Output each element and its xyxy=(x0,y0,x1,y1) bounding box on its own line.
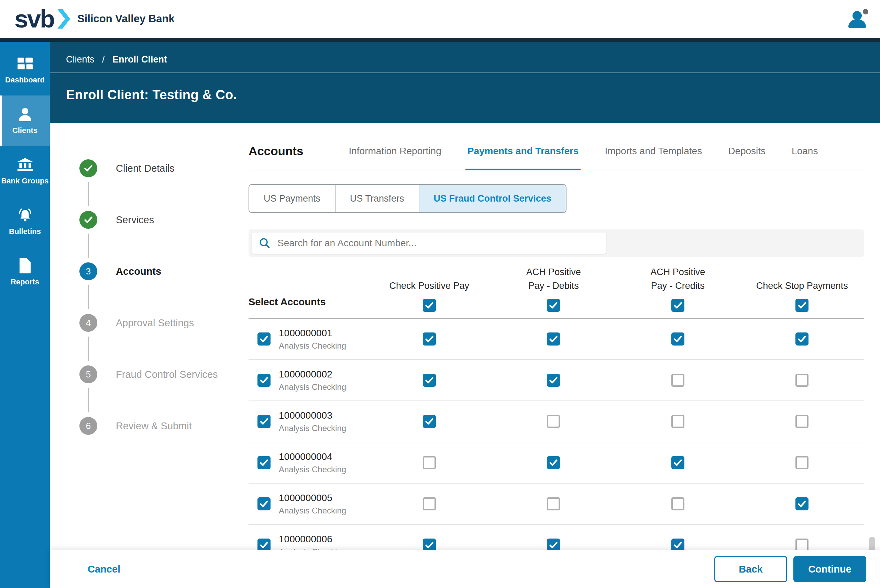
service-cell xyxy=(740,333,865,345)
service-cell xyxy=(367,497,492,510)
tabs: Information ReportingPayments and Transf… xyxy=(346,146,820,170)
sidebar-item-bank-groups[interactable]: Bank Groups xyxy=(0,146,50,196)
select-all-checkbox-ach-positive-pay-debits[interactable] xyxy=(547,299,560,312)
service-cell xyxy=(616,456,740,469)
service-checkbox-ach-positive-pay-credits[interactable] xyxy=(671,456,684,469)
select-all-checkbox-check-positive-pay[interactable] xyxy=(423,299,436,312)
step-label: Approval Settings xyxy=(116,317,194,329)
row-select-checkbox[interactable] xyxy=(257,456,271,469)
step-label: Accounts xyxy=(116,266,161,277)
back-button[interactable]: Back xyxy=(714,556,787,582)
step-connector xyxy=(88,182,89,206)
account-type: Analysis Checking xyxy=(279,341,346,351)
service-checkbox-ach-positive-pay-debits[interactable] xyxy=(547,538,560,552)
user-icon xyxy=(853,11,862,20)
service-checkbox-check-stop-payments[interactable] xyxy=(796,415,808,428)
accounts-table: Select AccountsCheck Positive PayACH Pos… xyxy=(248,265,864,566)
account-cell: 1000000005Analysis Checking xyxy=(248,492,367,516)
row-select-checkbox[interactable] xyxy=(257,333,271,345)
row-select-checkbox[interactable] xyxy=(257,374,271,387)
service-checkbox-ach-positive-pay-credits[interactable] xyxy=(671,374,684,387)
step-approval-settings[interactable]: 4Approval Settings xyxy=(80,314,248,332)
user-menu-button[interactable] xyxy=(848,9,868,29)
service-checkbox-check-positive-pay[interactable] xyxy=(423,538,436,552)
sidebar-item-label: Reports xyxy=(11,278,39,286)
service-checkbox-check-stop-payments[interactable] xyxy=(796,333,808,345)
tab-payments-and-transfers[interactable]: Payments and Transfers xyxy=(465,146,581,170)
cancel-link[interactable]: Cancel xyxy=(88,564,120,575)
service-checkbox-ach-positive-pay-debits[interactable] xyxy=(547,415,560,428)
enrollment-stepper: Client DetailsServices3Accounts4Approval… xyxy=(80,144,248,566)
service-checkbox-ach-positive-pay-credits[interactable] xyxy=(671,538,684,552)
service-checkbox-ach-positive-pay-credits[interactable] xyxy=(671,333,684,345)
search-field[interactable] xyxy=(252,232,606,254)
column-header-check-stop-payments: Check Stop Payments xyxy=(740,265,865,312)
table-row: 1000000004Analysis Checking xyxy=(248,442,864,484)
row-select-checkbox[interactable] xyxy=(257,497,271,510)
step-accounts[interactable]: 3Accounts xyxy=(80,262,248,280)
row-select-checkbox[interactable] xyxy=(257,415,271,428)
reports-icon xyxy=(17,258,33,273)
service-checkbox-ach-positive-pay-debits[interactable] xyxy=(547,374,560,387)
service-checkbox-check-positive-pay[interactable] xyxy=(423,456,436,469)
account-number: 1000000002 xyxy=(279,369,346,380)
service-checkbox-check-positive-pay[interactable] xyxy=(423,497,436,510)
service-checkbox-check-positive-pay[interactable] xyxy=(423,333,436,345)
service-cell xyxy=(616,374,740,387)
select-all-checkbox-check-stop-payments[interactable] xyxy=(796,299,808,312)
service-checkbox-check-stop-payments[interactable] xyxy=(796,456,808,469)
sidebar-item-reports[interactable]: Reports xyxy=(0,247,50,297)
service-checkbox-ach-positive-pay-debits[interactable] xyxy=(547,497,560,510)
step-connector xyxy=(88,337,89,361)
svb-logo[interactable]: svb Silicon Valley Bank xyxy=(14,6,174,31)
tab-deposits[interactable]: Deposits xyxy=(726,146,767,170)
content: Client DetailsServices3Accounts4Approval… xyxy=(50,123,880,566)
service-checkbox-check-stop-payments[interactable] xyxy=(796,374,808,387)
step-client-details[interactable]: Client Details xyxy=(80,159,248,177)
service-checkbox-ach-positive-pay-debits[interactable] xyxy=(547,333,560,345)
step-services[interactable]: Services xyxy=(80,211,248,229)
page-title: Enroll Client: Testing & Co. xyxy=(50,73,880,102)
subtab-us-fraud-control-services[interactable]: US Fraud Control Services xyxy=(419,185,566,212)
account-number: 1000000004 xyxy=(279,451,346,462)
step-fraud-control-services[interactable]: 5Fraud Control Services xyxy=(80,366,248,383)
account-cell: 1000000002Analysis Checking xyxy=(248,369,367,392)
step-label: Services xyxy=(116,214,154,226)
service-cell xyxy=(616,333,740,345)
search-input[interactable] xyxy=(277,237,599,249)
service-cell xyxy=(492,456,616,469)
service-type-switcher: US PaymentsUS TransfersUS Fraud Control … xyxy=(248,184,567,213)
column-header-ach-positive-pay-credits: ACH PositivePay - Credits xyxy=(616,265,740,312)
service-checkbox-check-positive-pay[interactable] xyxy=(423,374,436,387)
tab-information-reporting[interactable]: Information Reporting xyxy=(346,146,443,170)
step-check-icon xyxy=(80,159,97,177)
sidebar-item-clients[interactable]: Clients xyxy=(0,96,50,146)
continue-button[interactable]: Continue xyxy=(793,556,866,582)
subtab-us-transfers[interactable]: US Transfers xyxy=(335,185,419,212)
step-label: Review & Submit xyxy=(116,420,192,432)
bank-groups-icon xyxy=(17,157,33,172)
sidebar-item-bulletins[interactable]: Bulletins xyxy=(0,196,50,247)
breadcrumb-clients[interactable]: Clients xyxy=(66,54,95,64)
select-all-checkbox-ach-positive-pay-credits[interactable] xyxy=(671,299,684,312)
service-checkbox-check-positive-pay[interactable] xyxy=(423,415,436,428)
step-number: 5 xyxy=(80,366,97,383)
column-header-label: ACH PositivePay - Credits xyxy=(650,265,705,292)
step-review-submit[interactable]: 6Review & Submit xyxy=(80,417,248,435)
account-type: Analysis Checking xyxy=(279,506,346,516)
service-checkbox-check-stop-payments[interactable] xyxy=(796,497,808,510)
service-checkbox-ach-positive-pay-credits[interactable] xyxy=(671,415,684,428)
tab-loans[interactable]: Loans xyxy=(790,146,820,170)
column-header-check-positive-pay: Check Positive Pay xyxy=(367,265,492,312)
brand-name: Silicon Valley Bank xyxy=(77,13,174,25)
svb-chevron-icon xyxy=(57,9,72,29)
service-checkbox-ach-positive-pay-credits[interactable] xyxy=(671,497,684,510)
clients-icon xyxy=(17,107,33,122)
service-cell xyxy=(367,374,492,387)
row-select-checkbox[interactable] xyxy=(257,538,271,552)
sidebar-item-dashboard[interactable]: Dashboard xyxy=(0,45,50,96)
subtab-us-payments[interactable]: US Payments xyxy=(249,185,335,212)
tab-imports-and-templates[interactable]: Imports and Templates xyxy=(603,146,704,170)
service-checkbox-check-stop-payments[interactable] xyxy=(796,538,808,552)
service-checkbox-ach-positive-pay-debits[interactable] xyxy=(547,456,560,469)
